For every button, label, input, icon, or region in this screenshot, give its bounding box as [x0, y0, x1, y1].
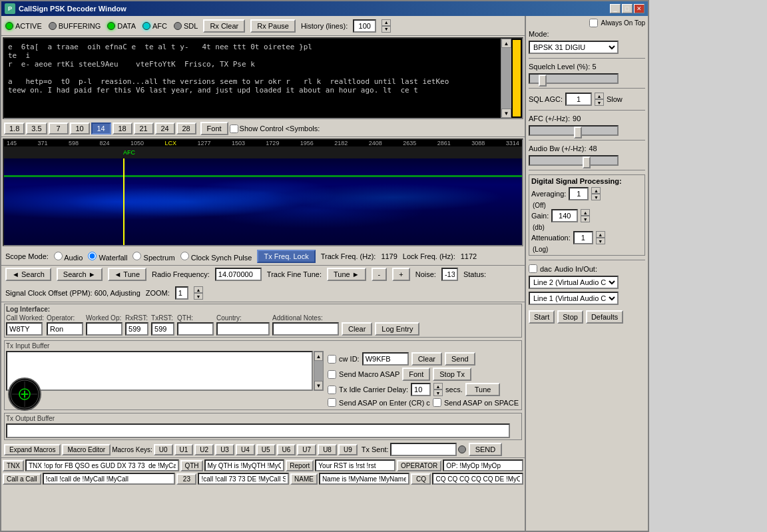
tx-input-textarea[interactable] — [6, 351, 313, 391]
squelch-slider[interactable] — [529, 73, 619, 84]
clock-pulse-radio[interactable] — [180, 252, 189, 260]
line2-select[interactable]: Line 2 (Virtual Audio Cable) Line 1 (Vir… — [529, 276, 619, 289]
sql-agc-down[interactable]: ▼ — [595, 99, 604, 106]
radio-frequency-input[interactable]: 14.070000 — [215, 268, 262, 281]
start-button[interactable]: Start — [529, 310, 555, 324]
rx-text-area[interactable]: e 6ta[ a traae oih efnaC e te al t y- 4t… — [5, 40, 499, 117]
num-23-text[interactable] — [198, 473, 289, 485]
country-input[interactable] — [216, 322, 270, 336]
log-entry-button[interactable]: Log Entry — [375, 322, 419, 336]
num-23-button[interactable]: 23 — [176, 473, 196, 485]
freq-10[interactable]: 10 — [70, 123, 90, 134]
tx-scroll-up[interactable]: ▲ — [314, 352, 324, 361]
u9-button[interactable]: U9 — [338, 444, 358, 455]
qth-text[interactable] — [204, 459, 285, 471]
rx-pause-button[interactable]: Rx Pause — [250, 19, 296, 33]
freq-21[interactable]: 21 — [134, 123, 154, 134]
history-up[interactable]: ▲ — [382, 19, 391, 26]
worked-op-input[interactable] — [86, 322, 123, 336]
cq-button[interactable]: CQ — [411, 473, 431, 485]
u2-button[interactable]: U2 — [194, 444, 214, 455]
defaults-button[interactable]: Defaults — [586, 310, 623, 324]
scroll-down-button[interactable]: ▼ — [501, 109, 511, 118]
mode-select[interactable]: BPSK 31 DIGIU BPSK 63 BPSK 125 QPSK 31 R… — [529, 41, 619, 54]
cw-id-input[interactable]: W9KFB — [362, 352, 409, 366]
send-button[interactable]: SEND — [469, 443, 503, 456]
call-a-call-button[interactable]: Call a Call — [3, 473, 41, 485]
qth-button[interactable]: QTH — [180, 460, 202, 471]
stop-tx-button[interactable]: Stop Tx — [433, 368, 471, 381]
report-text[interactable] — [315, 459, 395, 471]
waterfall-body[interactable] — [4, 158, 522, 245]
report-button[interactable]: Report — [286, 460, 314, 471]
tx-idle-checkbox[interactable] — [328, 386, 336, 394]
additional-notes-input[interactable] — [272, 322, 339, 336]
u4-button[interactable]: U4 — [236, 444, 255, 455]
txrst-input[interactable]: 599 — [151, 322, 174, 336]
attenuation-input[interactable]: 1 — [573, 231, 593, 244]
tx-send-button[interactable]: Send — [445, 352, 475, 366]
cw-id-checkbox[interactable] — [328, 355, 336, 364]
search-right-button[interactable]: Search ► — [57, 268, 103, 281]
zoom-down[interactable]: ▼ — [194, 293, 203, 300]
search-left-button[interactable]: ◄ Search — [5, 268, 51, 281]
show-control-checkbox[interactable] — [230, 125, 238, 133]
waterfall-radio[interactable] — [88, 252, 97, 260]
send-asap-space-checkbox[interactable] — [433, 398, 441, 407]
u6-button[interactable]: U6 — [277, 444, 296, 455]
qth-input[interactable] — [177, 322, 214, 336]
tx-idle-input[interactable]: 10 — [411, 383, 431, 396]
close-button[interactable]: ✕ — [634, 4, 644, 13]
tnx-button[interactable]: TNX — [3, 460, 24, 471]
plus-button[interactable]: + — [392, 268, 409, 281]
rx-clear-button[interactable]: Rx Clear — [203, 19, 245, 33]
send-asap-enter-checkbox[interactable] — [328, 398, 336, 407]
zoom-up[interactable]: ▲ — [194, 286, 203, 293]
tune-right-button[interactable]: Tune ► — [327, 268, 366, 281]
history-down[interactable]: ▼ — [382, 26, 391, 33]
call-a-call-text[interactable] — [43, 473, 176, 485]
macro-editor-button[interactable]: Macro Editor — [62, 444, 111, 455]
history-input[interactable]: 100 — [353, 19, 376, 33]
name-text[interactable] — [319, 473, 410, 485]
tx-freq-lock-button[interactable]: Tx Freq. Lock — [257, 250, 315, 263]
stop-button[interactable]: Stop — [557, 310, 583, 324]
att-up[interactable]: ▲ — [596, 231, 605, 238]
scroll-up-button[interactable]: ▲ — [501, 39, 511, 48]
rx-scrollbar[interactable]: ▲ ▼ — [501, 39, 511, 118]
afc-slider[interactable] — [529, 125, 619, 136]
line1-select[interactable]: Line 1 (Virtual Audio Cable) Line 2 (Vir… — [529, 292, 619, 305]
audio-bw-thumb[interactable] — [583, 156, 591, 168]
minimize-button[interactable]: _ — [610, 4, 621, 13]
gain-input[interactable]: 140 — [551, 209, 578, 222]
u5-button[interactable]: U5 — [256, 444, 276, 455]
audio-bw-slider[interactable] — [529, 155, 619, 166]
minus-button[interactable]: - — [372, 268, 387, 281]
zoom-input[interactable]: 1 — [175, 286, 188, 300]
log-clear-button[interactable]: Clear — [342, 322, 372, 336]
audio-radio[interactable] — [54, 252, 63, 260]
gain-up[interactable]: ▲ — [581, 209, 590, 216]
name-button[interactable]: NAME — [290, 473, 318, 485]
att-down[interactable]: ▼ — [596, 238, 605, 244]
send-macro-checkbox[interactable] — [328, 370, 336, 379]
tx-idle-down[interactable]: ▼ — [433, 390, 443, 396]
avg-down[interactable]: ▼ — [591, 194, 601, 200]
tnx-text[interactable] — [25, 459, 179, 471]
tx-output-input[interactable] — [6, 423, 510, 438]
freq-14[interactable]: 14 — [91, 123, 111, 134]
u0-button[interactable]: U0 — [154, 444, 173, 455]
tx-scroll-down[interactable]: ▼ — [314, 381, 324, 390]
operator-button[interactable]: OPERATOR — [397, 460, 441, 471]
operator-text[interactable] — [443, 459, 523, 471]
u1-button[interactable]: U1 — [174, 444, 194, 455]
tx-scrollbar[interactable]: ▲ ▼ — [314, 351, 324, 391]
u7-button[interactable]: U7 — [297, 444, 316, 455]
gain-down[interactable]: ▼ — [581, 216, 590, 222]
tune-left-button[interactable]: ◄ Tune — [108, 268, 146, 281]
tune-button[interactable]: Tune — [465, 383, 501, 396]
tx-idle-up[interactable]: ▲ — [433, 383, 443, 390]
afc-thumb[interactable] — [574, 127, 582, 138]
averaging-input[interactable]: 1 — [569, 187, 589, 200]
rxrst-input[interactable]: 599 — [125, 322, 148, 336]
